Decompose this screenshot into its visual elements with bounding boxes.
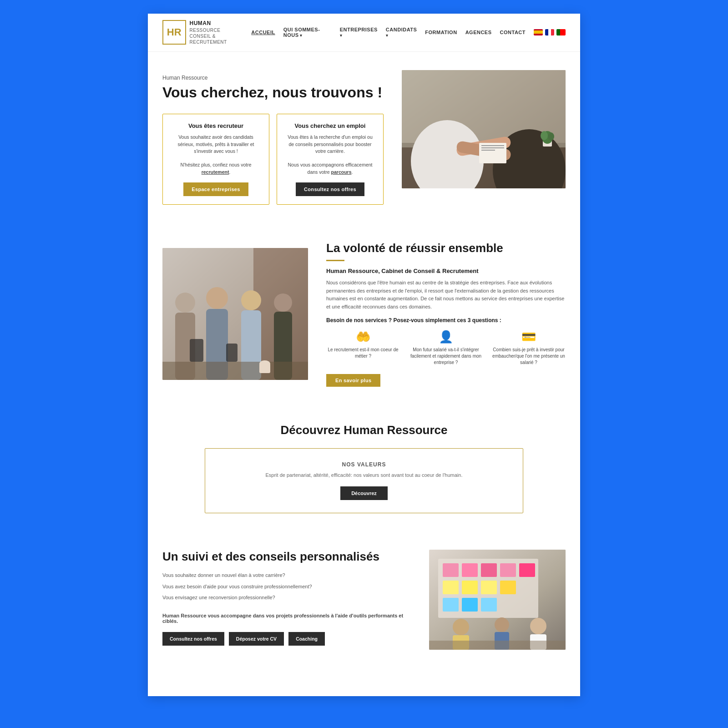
flag-es[interactable] xyxy=(534,29,543,35)
suivi-text-bold: Human Ressource vous accompagne dans vos… xyxy=(162,613,411,624)
hero-section: Human Ressource Vous cherchez, nous trou… xyxy=(148,52,580,223)
hero-cards: Vous êtes recruteur Vous souhaitez avoir… xyxy=(162,114,384,205)
nav-item-formation[interactable]: FORMATION xyxy=(425,30,457,35)
about-icon-recrutement: 🤲 Le recrutement est-il mon coeur de mét… xyxy=(326,330,400,366)
about-icon-text-2: Mon futur salarié va-t-il s'intégrer fac… xyxy=(409,347,483,366)
hero-card-emploi-text1: Vous êtes à la recherche d'un emploi ou … xyxy=(284,134,376,155)
discover-card-text: Esprit de partenariat, altérité, efficac… xyxy=(214,471,514,479)
svg-rect-8 xyxy=(481,145,504,146)
svg-rect-26 xyxy=(190,339,203,362)
svg-rect-27 xyxy=(226,344,238,362)
svg-rect-28 xyxy=(162,362,308,380)
svg-point-18 xyxy=(175,293,195,313)
about-icons-row: 🤲 Le recrutement est-il mon coeur de mét… xyxy=(326,330,566,366)
employee-icon: 👤 xyxy=(409,330,483,344)
svg-point-13 xyxy=(541,131,548,140)
page-wrapper: HR HUMAN RESSOURCE Conseil & Recrutement… xyxy=(148,14,580,696)
about-text: Nous considérons que l'être humain est a… xyxy=(326,279,566,311)
btn-espace-entreprises[interactable]: Espace entreprises xyxy=(183,182,248,196)
svg-rect-51 xyxy=(429,641,566,650)
about-icon-salarie: 👤 Mon futur salarié va-t-il s'intégrer f… xyxy=(409,330,483,366)
logo-area: HR HUMAN RESSOURCE Conseil & Recrutement xyxy=(162,20,251,45)
main-nav: ACCUEIL QUI SOMMES-NOUS ENTREPRISES CAND… xyxy=(251,27,566,38)
suivi-section: Un suivi et des conseils personnalisés V… xyxy=(148,531,580,668)
suivi-text-1: Vous souhaitez donner un nouvel élan à v… xyxy=(162,571,411,580)
svg-rect-36 xyxy=(500,563,516,577)
svg-rect-34 xyxy=(462,563,478,577)
nav-item-agences[interactable]: AGENCES xyxy=(465,30,492,35)
svg-point-45 xyxy=(453,619,469,635)
suivi-title: Un suivi et des conseils personnalisés xyxy=(162,550,411,564)
about-icon-text-1: Le recrutement est-il mon coeur de métie… xyxy=(326,347,400,359)
btn-en-savoir-plus[interactable]: En savoir plus xyxy=(326,374,380,387)
suivi-buttons: Consultez nos offres Déposez votre CV Co… xyxy=(162,632,411,646)
logo-letters: HR xyxy=(167,27,182,37)
hero-card-recruteur-text1: Vous souhaitez avoir des candidats série… xyxy=(170,134,262,155)
about-section: La volonté de réussir ensemble Human Res… xyxy=(148,223,580,405)
svg-point-20 xyxy=(206,287,228,309)
hero-card-emploi-title: Vous cherchez un emploi xyxy=(284,122,376,129)
logo-text: HUMAN RESSOURCE Conseil & Recrutement xyxy=(190,20,252,45)
about-divider xyxy=(326,260,344,261)
hero-card-emploi-text2: Nous vous accompagnons efficacement dans… xyxy=(284,162,376,176)
recruitment-icon: 🤲 xyxy=(326,330,400,344)
about-icon-investir: 💳 Combien suis-je prêt à investir pour e… xyxy=(492,330,566,366)
svg-point-49 xyxy=(530,618,546,634)
header: HR HUMAN RESSOURCE Conseil & Recrutement… xyxy=(148,14,580,52)
hero-left: Human Ressource Vous cherchez, nous trou… xyxy=(162,70,384,205)
money-icon: 💳 xyxy=(492,330,566,344)
suivi-image xyxy=(429,550,566,650)
nav-item-entreprises[interactable]: ENTREPRISES xyxy=(340,27,378,38)
hero-card-recruteur: Vous êtes recruteur Vous souhaitez avoir… xyxy=(162,114,269,205)
discover-card-label: NOS VALEURS xyxy=(214,461,514,468)
svg-rect-9 xyxy=(481,147,504,148)
handshake-photo xyxy=(402,70,566,188)
hero-title: Vous cherchez, nous trouvons ! xyxy=(162,84,384,101)
about-question: Besoin de nos services ? Posez-vous simp… xyxy=(326,317,566,324)
btn-decourvrez[interactable]: Découvrez xyxy=(340,486,388,500)
logo-box: HR xyxy=(162,20,186,45)
about-content: La volonté de réussir ensemble Human Res… xyxy=(326,241,566,387)
lang-flags xyxy=(534,29,566,35)
hero-card-recruteur-text2: N'hésitez plus, confiez nous votre recru… xyxy=(170,162,262,176)
discover-card: NOS VALEURS Esprit de partenariat, altér… xyxy=(205,448,523,513)
flag-pt[interactable] xyxy=(556,29,566,35)
suivi-text-2: Vous avez besoin d'aide pour vous constr… xyxy=(162,582,411,591)
discover-title: Découvrez Human Ressource xyxy=(162,423,566,437)
svg-rect-44 xyxy=(481,598,497,612)
svg-point-24 xyxy=(274,293,292,312)
hero-card-recruteur-title: Vous êtes recruteur xyxy=(170,122,262,129)
svg-rect-33 xyxy=(443,563,459,577)
btn-deposez-cv[interactable]: Déposez votre CV xyxy=(229,632,284,646)
svg-rect-30 xyxy=(259,364,270,373)
btn-consultez-offres-hero[interactable]: Consultez nos offres xyxy=(296,182,364,196)
btn-consultez-offres-suivi[interactable]: Consultez nos offres xyxy=(162,632,224,646)
svg-point-47 xyxy=(495,617,509,632)
svg-rect-41 xyxy=(500,581,516,594)
about-icon-text-3: Combien suis-je prêt à investir pour emb… xyxy=(492,347,566,366)
svg-rect-43 xyxy=(462,598,478,612)
svg-rect-40 xyxy=(481,581,497,594)
suivi-left: Un suivi et des conseils personnalisés V… xyxy=(162,550,411,646)
flag-fr[interactable] xyxy=(545,29,554,35)
svg-rect-35 xyxy=(481,563,497,577)
about-image xyxy=(162,248,308,380)
svg-point-14 xyxy=(548,132,554,141)
svg-rect-37 xyxy=(519,563,535,577)
btn-coaching[interactable]: Coaching xyxy=(288,632,325,646)
discover-section: Découvrez Human Ressource NOS VALEURS Es… xyxy=(148,405,580,531)
svg-rect-42 xyxy=(443,598,459,612)
svg-point-22 xyxy=(241,290,261,310)
hero-card-emploi: Vous cherchez un emploi Vous êtes à la r… xyxy=(277,114,384,205)
nav-item-accueil[interactable]: ACCUEIL xyxy=(251,30,275,35)
svg-rect-38 xyxy=(443,581,459,594)
nav-item-candidats[interactable]: CANDIDATS xyxy=(386,27,417,38)
suivi-text-3: Vous envisagez une reconversion professi… xyxy=(162,593,411,602)
hero-image xyxy=(402,70,566,188)
svg-rect-10 xyxy=(481,150,495,151)
nav-item-contact[interactable]: CONTACT xyxy=(500,30,526,35)
svg-rect-39 xyxy=(462,581,478,594)
about-title: La volonté de réussir ensemble xyxy=(326,241,566,255)
about-company: Human Ressource, Cabinet de Conseil & Re… xyxy=(326,268,566,274)
nav-item-qui-sommes-nous[interactable]: QUI SOMMES-NOUS xyxy=(283,27,332,38)
